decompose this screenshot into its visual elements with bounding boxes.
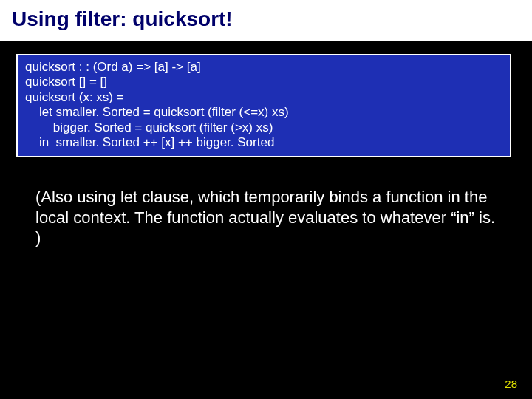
code-line-3: quicksort (x: xs) =: [25, 90, 124, 104]
slide: Using filter: quicksort! quicksort : : (…: [0, 0, 532, 399]
page-number: 28: [505, 378, 517, 390]
code-line-2: quicksort [] = []: [25, 75, 107, 89]
slide-title: Using filter: quicksort!: [0, 0, 532, 41]
code-line-1: quicksort : : (Ord a) => [a] -> [a]: [25, 60, 201, 74]
spacer: [0, 41, 532, 54]
code-block: quicksort : : (Ord a) => [a] -> [a] quic…: [16, 54, 511, 157]
code-line-5: bigger. Sorted = quicksort (filter (>x) …: [25, 120, 273, 134]
body-paragraph: (Also using let clause, which temporaril…: [35, 187, 497, 248]
code-line-4: let smaller. Sorted = quicksort (filter …: [25, 105, 289, 119]
code-line-6: in smaller. Sorted ++ [x] ++ bigger. Sor…: [25, 135, 274, 149]
